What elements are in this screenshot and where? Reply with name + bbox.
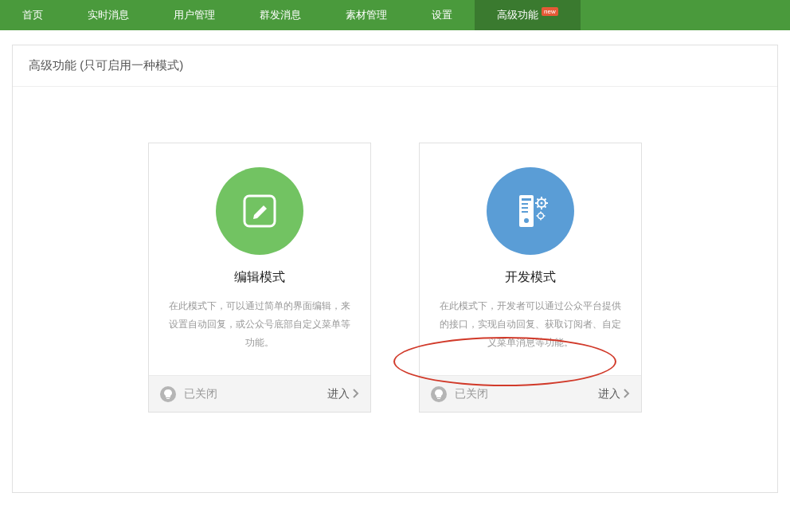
card-description: 在此模式下，开发者可以通过公众平台提供的接口，实现自动回复、获取订阅者、自定义菜…: [439, 297, 622, 351]
svg-rect-2: [522, 198, 531, 201]
svg-line-16: [538, 206, 539, 208]
new-badge-icon: new: [542, 7, 558, 16]
edit-mode-card: 编辑模式 在此模式下，可以通过简单的界面编辑，来设置自动回复，或公众号底部自定义…: [148, 143, 371, 413]
dev-mode-card: 开发模式 在此模式下，开发者可以通过公众平台提供的接口，实现自动回复、获取订阅者…: [419, 143, 642, 413]
status-text: 已关闭: [184, 387, 327, 401]
nav-users[interactable]: 用户管理: [151, 0, 237, 30]
svg-line-13: [538, 199, 539, 201]
enter-label: 进入: [327, 387, 350, 401]
svg-point-6: [524, 218, 529, 223]
nav-realtime[interactable]: 实时消息: [65, 0, 151, 30]
svg-rect-4: [522, 207, 528, 209]
svg-line-14: [545, 206, 546, 208]
cards-container: 编辑模式 在此模式下，可以通过简单的界面编辑，来设置自动回复，或公众号底部自定义…: [13, 87, 777, 492]
svg-point-17: [538, 213, 544, 219]
svg-rect-5: [522, 211, 528, 213]
status-bulb-icon: [431, 386, 447, 402]
svg-rect-3: [522, 203, 528, 205]
nav-materials[interactable]: 素材管理: [323, 0, 409, 30]
nav-broadcast[interactable]: 群发消息: [237, 0, 323, 30]
edit-icon: [216, 167, 303, 255]
nav-label: 群发消息: [260, 8, 301, 22]
card-footer: 已关闭 进入: [149, 375, 370, 412]
status-text: 已关闭: [455, 387, 598, 401]
nav-settings[interactable]: 设置: [409, 0, 475, 30]
nav-label: 首页: [22, 8, 43, 22]
nav-label: 素材管理: [346, 8, 387, 22]
nav-label: 用户管理: [174, 8, 215, 22]
card-description: 在此模式下，可以通过简单的界面编辑，来设置自动回复，或公众号底部自定义菜单等功能…: [168, 297, 351, 351]
chevron-right-icon: [624, 388, 630, 401]
enter-button[interactable]: 进入: [598, 387, 630, 401]
svg-point-8: [541, 202, 543, 205]
dev-icon: [487, 167, 574, 255]
chevron-right-icon: [353, 388, 359, 401]
card-body: 开发模式 在此模式下，开发者可以通过公众平台提供的接口，实现自动回复、获取订阅者…: [420, 143, 641, 375]
page-panel: 高级功能 (只可启用一种模式) 编辑模式 在此模式下，可以通过简单的界面编辑，来…: [12, 45, 778, 493]
top-nav: 首页 实时消息 用户管理 群发消息 素材管理 设置 高级功能 new: [0, 0, 790, 30]
card-footer: 已关闭 进入: [420, 375, 641, 412]
card-title: 开发模式: [439, 269, 622, 286]
nav-advanced[interactable]: 高级功能 new: [475, 0, 581, 30]
nav-label: 实时消息: [88, 8, 129, 22]
svg-line-15: [545, 199, 546, 201]
card-title: 编辑模式: [168, 269, 351, 286]
status-bulb-icon: [160, 386, 176, 402]
enter-label: 进入: [598, 387, 620, 401]
page-title: 高级功能 (只可启用一种模式): [13, 45, 777, 87]
nav-label: 高级功能: [497, 8, 538, 22]
card-body: 编辑模式 在此模式下，可以通过简单的界面编辑，来设置自动回复，或公众号底部自定义…: [149, 143, 370, 375]
nav-home[interactable]: 首页: [0, 0, 65, 30]
enter-button[interactable]: 进入: [327, 387, 359, 401]
nav-label: 设置: [432, 8, 452, 22]
